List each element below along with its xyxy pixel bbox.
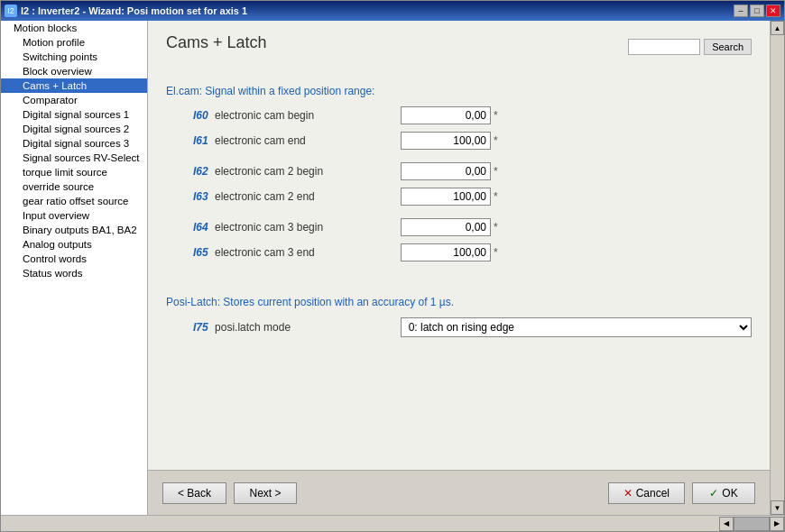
field-row-I65: I65 electronic cam 3 end * — [166, 243, 752, 261]
param-name-I63: electronic cam 2 end — [215, 190, 315, 203]
minimize-button[interactable]: – — [734, 5, 748, 17]
param-name-I62: electronic cam 2 begin — [215, 165, 323, 178]
input-I63[interactable] — [401, 188, 491, 206]
field-label-I62: I62 electronic cam 2 begin — [193, 165, 401, 178]
window-title: I2 : Inverter2 - Wizard: Posi motion set… — [21, 5, 247, 16]
param-name-I64: electronic cam 3 begin — [215, 221, 323, 234]
sidebar-item-analog-outputs[interactable]: Analog outputs — [1, 237, 147, 252]
header-area: Cams + Latch Search — [148, 21, 770, 69]
star-I65: * — [494, 246, 498, 259]
param-name-I60: electronic cam begin — [215, 109, 314, 122]
sidebar-item-input-overview[interactable]: Input overview — [1, 208, 147, 223]
param-id-I60: I60 — [193, 109, 208, 122]
input-I61[interactable] — [401, 132, 491, 150]
input-I60[interactable] — [401, 106, 491, 124]
input-I65[interactable] — [401, 243, 491, 261]
elcam-header: El.cam: Signal within a fixed position r… — [166, 85, 752, 97]
sidebar-item-control-words[interactable]: Control words — [1, 252, 147, 266]
page-title: Cams + Latch — [166, 33, 267, 52]
sidebar-item-signal-rv-select[interactable]: Signal sources RV-Select — [1, 151, 147, 165]
sidebar: Motion blocks Motion profile Switching p… — [1, 21, 148, 515]
title-bar-left: I2 I2 : Inverter2 - Wizard: Posi motion … — [5, 5, 247, 17]
field-row-I75: I75 posi.latch mode 0: latch on rising e… — [166, 317, 752, 337]
cancel-icon: ✕ — [623, 487, 633, 500]
sidebar-item-motion-blocks[interactable]: Motion blocks — [1, 21, 147, 35]
field-label-I63: I63 electronic cam 2 end — [193, 190, 401, 203]
param-id-I75: I75 — [193, 321, 208, 334]
cancel-label: Cancel — [636, 487, 670, 500]
main-inner: El.cam: Signal within a fixed position r… — [148, 69, 770, 470]
star-I64: * — [494, 221, 498, 234]
field-row-I64: I64 electronic cam 3 begin * — [166, 218, 752, 236]
field-row-I61: I61 electronic cam end * — [166, 132, 752, 150]
scroll-left-button[interactable]: ◀ — [719, 517, 734, 531]
search-input[interactable] — [628, 39, 700, 55]
sidebar-item-override-source[interactable]: override source — [1, 179, 147, 194]
bottom-right: ✕ Cancel ✓ OK — [608, 482, 755, 504]
cancel-button[interactable]: ✕ Cancel — [608, 482, 685, 504]
param-id-I63: I63 — [193, 190, 208, 203]
sidebar-item-gear-ratio[interactable]: gear ratio offset source — [1, 194, 147, 208]
star-I60: * — [494, 109, 498, 122]
scroll-down-button[interactable]: ▼ — [771, 500, 784, 515]
sidebar-item-digital-signal-1[interactable]: Digital signal sources 1 — [1, 107, 147, 122]
scroll-right-button[interactable]: ▶ — [770, 517, 784, 531]
sidebar-item-switching-points[interactable]: Switching points — [1, 50, 147, 64]
sidebar-item-block-overview[interactable]: Block overview — [1, 64, 147, 78]
field-row-I60: I60 electronic cam begin * — [166, 106, 752, 124]
sidebar-item-digital-signal-2[interactable]: Digital signal sources 2 — [1, 122, 147, 136]
sidebar-item-status-words[interactable]: Status words — [1, 266, 147, 280]
input-I62[interactable] — [401, 162, 491, 180]
sidebar-item-comparator[interactable]: Comparator — [1, 93, 147, 107]
field-label-I64: I64 electronic cam 3 begin — [193, 221, 401, 234]
content-area: Motion blocks Motion profile Switching p… — [1, 21, 784, 515]
window-controls: – □ ✕ — [734, 5, 780, 17]
param-name-I61: electronic cam end — [215, 134, 306, 147]
input-I64[interactable] — [401, 218, 491, 236]
close-button[interactable]: ✕ — [766, 5, 780, 17]
app-icon: I2 — [5, 5, 17, 17]
sidebar-item-cams-latch[interactable]: Cams + Latch — [1, 78, 147, 93]
star-I62: * — [494, 165, 498, 178]
title-bar: I2 I2 : Inverter2 - Wizard: Posi motion … — [1, 1, 784, 21]
horizontal-scrollbar: ◀ ▶ — [1, 515, 784, 531]
select-I75[interactable]: 0: latch on rising edge 1: latch on fall… — [401, 317, 752, 337]
maximize-button[interactable]: □ — [750, 5, 764, 17]
field-row-I63: I63 electronic cam 2 end * — [166, 188, 752, 206]
star-I63: * — [494, 190, 498, 203]
field-label-I61: I61 electronic cam end — [193, 134, 401, 147]
posi-latch-header: Posi-Latch: Stores current position with… — [166, 296, 752, 308]
search-button[interactable]: Search — [704, 39, 752, 55]
field-label-I60: I60 electronic cam begin — [193, 109, 401, 122]
back-button[interactable]: < Back — [162, 482, 226, 504]
param-id-I65: I65 — [193, 246, 208, 259]
main-content: Cams + Latch Search El.cam: Signal withi… — [148, 21, 770, 515]
scroll-up-button[interactable]: ▲ — [771, 21, 784, 35]
field-label-I75: I75 posi.latch mode — [193, 321, 401, 334]
field-label-I65: I65 electronic cam 3 end — [193, 246, 401, 259]
star-I61: * — [494, 134, 498, 147]
main-window: I2 I2 : Inverter2 - Wizard: Posi motion … — [0, 0, 785, 532]
sidebar-item-torque-limit[interactable]: torque limit source — [1, 165, 147, 179]
next-button[interactable]: Next > — [234, 482, 297, 504]
param-name-I65: electronic cam 3 end — [215, 246, 315, 259]
ok-button[interactable]: ✓ OK — [692, 482, 755, 504]
bottom-bar: < Back Next > ✕ Cancel ✓ OK — [148, 470, 770, 515]
field-row-I62: I62 electronic cam 2 begin * — [166, 162, 752, 180]
bottom-left: < Back Next > — [162, 482, 297, 504]
sidebar-item-motion-profile[interactable]: Motion profile — [1, 35, 147, 50]
param-id-I61: I61 — [193, 134, 208, 147]
param-id-I64: I64 — [193, 221, 208, 234]
sidebar-item-digital-signal-3[interactable]: Digital signal sources 3 — [1, 136, 147, 151]
vertical-scrollbar: ▲ ▼ — [770, 21, 784, 515]
ok-label: OK — [722, 487, 737, 500]
param-id-I62: I62 — [193, 165, 208, 178]
sidebar-item-binary-outputs[interactable]: Binary outputs BA1, BA2 — [1, 223, 147, 237]
ok-icon: ✓ — [709, 487, 718, 500]
param-name-I75: posi.latch mode — [215, 321, 291, 334]
